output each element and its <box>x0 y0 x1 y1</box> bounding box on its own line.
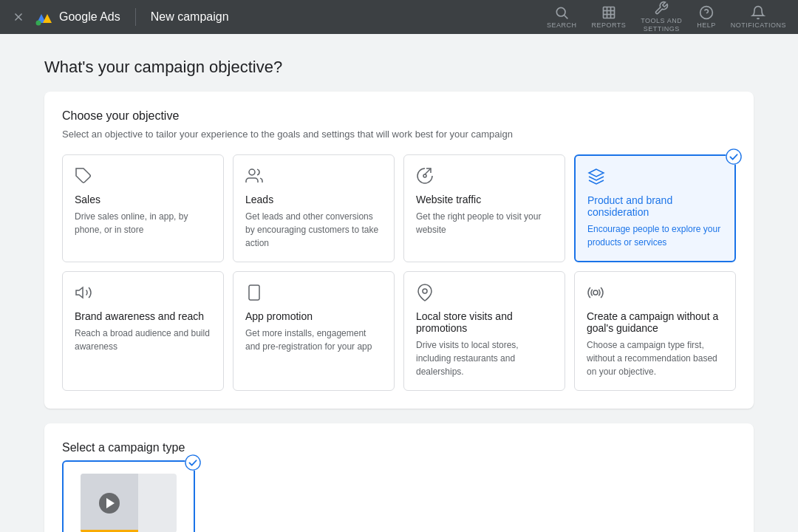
local-store-icon <box>416 284 437 304</box>
sales-desc: Drive sales online, in app, by phone, or… <box>75 210 211 236</box>
objective-brand-awareness[interactable]: Brand awareness and reach Reach a broad … <box>62 271 224 391</box>
help-nav-button[interactable]: HELP <box>697 5 716 29</box>
objective-leads[interactable]: Leads Get leads and other conversions by… <box>233 154 395 262</box>
objective-card-title: Choose your objective <box>62 109 736 123</box>
svg-point-17 <box>249 169 255 175</box>
brand-awareness-desc: Reach a broad audience and build awarene… <box>75 327 211 353</box>
local-store-name: Local store visits and promotions <box>416 310 553 334</box>
campaign-type-video[interactable]: Video Reach and engage viewers on YouTub… <box>62 460 195 532</box>
header-right: SEARCH REPORTS TOOLS ANDSETTINGS <box>547 1 786 33</box>
video-bar-2 <box>141 493 174 505</box>
svg-point-5 <box>557 7 566 16</box>
reports-label: REPORTS <box>591 21 626 29</box>
no-guidance-name: Create a campaign without a goal's guida… <box>587 310 723 334</box>
no-guidance-icon <box>587 284 607 304</box>
svg-line-6 <box>565 16 568 19</box>
objective-card-subtitle: Select an objective to tailor your exper… <box>62 129 736 140</box>
search-nav-button[interactable]: SEARCH <box>547 5 577 29</box>
campaign-type-grid: Video Reach and engage viewers on YouTub… <box>62 460 736 532</box>
sales-icon <box>75 167 95 188</box>
no-guidance-desc: Choose a campaign type first, without a … <box>587 338 723 378</box>
notifications-nav-button[interactable]: NOTIFICATIONS <box>731 5 786 29</box>
campaign-type-card: Select a campaign type <box>44 423 754 532</box>
video-preview-right <box>138 474 177 532</box>
main-content: What's your campaign objective? Choose y… <box>0 34 798 532</box>
objective-sales[interactable]: Sales Drive sales online, in app, by pho… <box>62 154 224 262</box>
local-store-desc: Drive visits to local stores, including … <box>416 338 553 378</box>
objective-card: Choose your objective Select an objectiv… <box>44 92 754 409</box>
website-traffic-name: Website traffic <box>416 194 553 205</box>
google-ads-logo: Google Ads <box>34 7 120 27</box>
tools-nav-button[interactable]: TOOLS ANDSETTINGS <box>641 1 682 33</box>
logo-text: Google Ads <box>59 10 120 24</box>
search-label: SEARCH <box>547 21 577 29</box>
logo-icon <box>34 7 55 27</box>
objective-website-traffic[interactable]: Website traffic Get the right people to … <box>403 154 565 262</box>
objective-no-guidance[interactable]: Create a campaign without a goal's guida… <box>574 271 736 391</box>
svg-point-30 <box>185 455 200 470</box>
svg-point-29 <box>593 290 598 295</box>
app-header: Google Ads New campaign SEARCH REPORTS <box>0 0 798 34</box>
svg-marker-22 <box>76 287 83 298</box>
brand-awareness-name: Brand awareness and reach <box>75 310 211 322</box>
svg-point-20 <box>726 149 741 164</box>
close-button[interactable] <box>12 10 25 24</box>
page-title: What's your campaign objective? <box>44 58 754 77</box>
leads-name: Leads <box>245 194 382 205</box>
product-brand-desc: Encourage people to explore your product… <box>587 222 723 249</box>
leads-desc: Get leads and other conversions by encou… <box>245 210 382 250</box>
svg-point-4 <box>36 21 41 26</box>
campaign-type-card-title: Select a campaign type <box>62 441 736 454</box>
svg-point-19 <box>423 174 426 177</box>
help-label: HELP <box>697 21 716 29</box>
svg-rect-7 <box>603 7 614 18</box>
brand-awareness-icon <box>75 284 95 304</box>
video-preview-left <box>81 474 138 532</box>
video-thumbnail <box>81 474 177 532</box>
video-bar-1 <box>141 478 174 490</box>
video-bar-3 <box>141 508 174 519</box>
reports-nav-button[interactable]: REPORTS <box>591 5 626 29</box>
product-brand-name: Product and brand consideration <box>587 194 723 218</box>
website-traffic-icon <box>416 167 437 188</box>
app-promotion-desc: Get more installs, engagement and pre-re… <box>245 327 382 353</box>
app-promotion-icon <box>245 284 266 304</box>
objective-product-brand[interactable]: Product and brand consideration Encourag… <box>574 154 736 262</box>
product-brand-check-badge <box>726 149 742 165</box>
svg-point-27 <box>423 289 427 293</box>
sales-name: Sales <box>75 194 211 205</box>
notifications-label: NOTIFICATIONS <box>731 21 786 29</box>
leads-icon <box>245 167 266 188</box>
play-button-icon <box>99 493 120 514</box>
app-promotion-name: App promotion <box>245 310 382 322</box>
header-left: Google Ads New campaign <box>12 7 229 27</box>
objective-local-store[interactable]: Local store visits and promotions Drive … <box>403 271 565 391</box>
svg-rect-24 <box>249 285 259 300</box>
campaign-title: New campaign <box>151 10 229 24</box>
header-divider <box>135 8 136 26</box>
objective-app-promotion[interactable]: App promotion Get more installs, engagem… <box>233 271 395 391</box>
video-check-badge <box>185 454 201 471</box>
website-traffic-desc: Get the right people to visit your websi… <box>416 210 553 236</box>
tools-label: TOOLS ANDSETTINGS <box>641 17 682 33</box>
product-brand-icon <box>587 168 608 188</box>
objective-grid: Sales Drive sales online, in app, by pho… <box>62 154 736 391</box>
